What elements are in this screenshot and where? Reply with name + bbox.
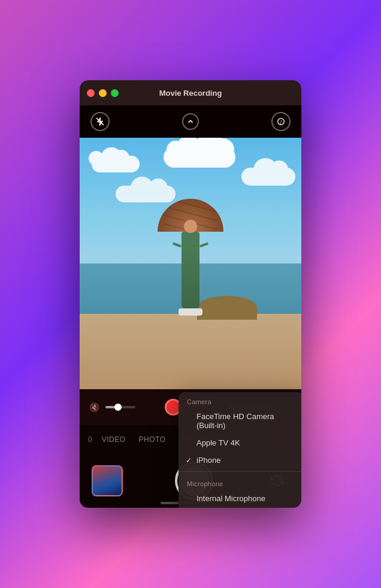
camera-iphone-label: iPhone [196, 456, 220, 465]
arm-right [199, 243, 208, 248]
maximize-button[interactable] [111, 89, 119, 97]
mode-photo[interactable]: PHOTO [133, 432, 172, 447]
window-title: Movie Recording [159, 89, 222, 98]
camera-facetime[interactable]: FaceTime HD Camera (Built-in) [179, 408, 301, 434]
close-button[interactable] [87, 89, 95, 97]
menu-divider-1 [179, 471, 301, 472]
volume-icon: 🔇 [89, 402, 99, 412]
volume-slider-container[interactable] [105, 406, 135, 408]
camera-view [80, 138, 301, 389]
thumbnail-image [93, 466, 122, 495]
title-bar: Movie Recording [80, 80, 301, 105]
flash-button[interactable] [90, 112, 110, 131]
cloud-2 [164, 147, 235, 168]
cloud-3 [241, 168, 295, 186]
camera-section-header: Camera [179, 392, 301, 408]
mic-internal[interactable]: Internal Microphone [179, 490, 301, 507]
controls-bar: f [80, 105, 301, 138]
dropdown-menu: Camera FaceTime HD Camera (Built-in) App… [179, 392, 301, 508]
camera-facetime-label: FaceTime HD Camera (Built-in) [196, 412, 296, 430]
thumbnail[interactable] [92, 465, 123, 496]
filter-button[interactable]: f [271, 112, 291, 131]
camera-iphone[interactable]: iPhone [179, 451, 301, 469]
chevron-up-button[interactable] [182, 113, 199, 130]
chevron-up-icon [186, 117, 195, 126]
recording-section: 🔇 --:-- [80, 389, 301, 425]
person-feet [179, 308, 202, 316]
main-window: Movie Recording f [80, 80, 301, 508]
filter-icon: f [276, 117, 286, 126]
window-controls [87, 89, 119, 97]
minimize-button[interactable] [99, 89, 107, 97]
person-head [184, 220, 197, 233]
flash-icon [95, 117, 105, 126]
cloud-1 [92, 156, 140, 172]
body-figure [182, 232, 199, 310]
mic-appletv[interactable]: Apple TV 4K [179, 507, 301, 508]
arm-left [173, 243, 182, 248]
mic-internal-label: Internal Microphone [196, 494, 265, 503]
mode-video[interactable]: VIDEO [96, 432, 132, 447]
volume-thumb [114, 404, 122, 411]
camera-appletv[interactable]: Apple TV 4K [179, 434, 301, 451]
mode-zero: 0 [86, 432, 95, 447]
volume-slider[interactable] [105, 406, 135, 408]
person-figure [167, 199, 214, 319]
microphone-section-header: Microphone [179, 474, 301, 490]
camera-appletv-label: Apple TV 4K [196, 438, 240, 447]
svg-text:f: f [280, 119, 282, 125]
sand-background [80, 314, 301, 389]
